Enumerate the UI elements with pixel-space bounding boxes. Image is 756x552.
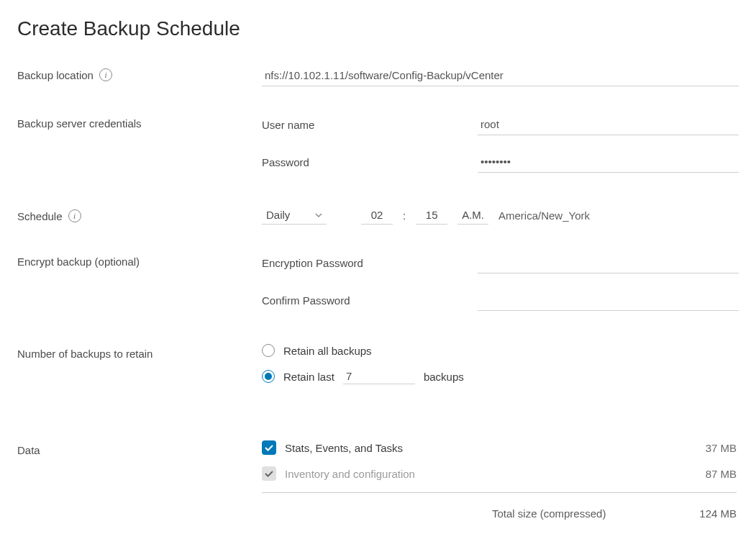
data-item-label: Inventory and configuration (285, 468, 670, 480)
frequency-select[interactable]: Daily (262, 206, 327, 225)
checkbox-stats[interactable] (262, 440, 276, 455)
encrypt-confirm-input[interactable] (478, 289, 739, 311)
encrypt-password-input[interactable] (478, 252, 739, 273)
credentials-label: Backup server credentials (17, 117, 142, 130)
row-retain: Number of backups to retain Retain all b… (17, 344, 739, 396)
data-item-size: 37 MB (679, 442, 737, 454)
encrypt-password-label: Encryption Password (262, 257, 463, 273)
username-input[interactable] (478, 114, 739, 135)
timezone-label: America/New_York (498, 209, 590, 225)
retain-last-prefix: Retain last (283, 371, 334, 383)
schedule-label: Schedule (17, 210, 63, 222)
chevron-down-icon (315, 212, 322, 219)
row-credentials: Backup server credentials User name Pass… (17, 114, 739, 189)
ampm-select[interactable]: A.M. (457, 206, 488, 225)
info-icon[interactable]: i (68, 209, 81, 222)
encrypt-label: Encrypt backup (optional) (17, 255, 140, 268)
check-icon (264, 469, 274, 479)
info-icon[interactable]: i (99, 68, 112, 81)
total-label: Total size (compressed) (492, 507, 606, 520)
data-item-size: 87 MB (679, 468, 737, 480)
row-backup-location: Backup location i (17, 65, 739, 86)
backup-location-label: Backup location (17, 69, 94, 81)
checkbox-inventory (262, 466, 276, 481)
radio-retain-last[interactable] (262, 370, 275, 383)
data-item: Inventory and configuration 87 MB (262, 466, 737, 481)
retain-label: Number of backups to retain (17, 348, 152, 360)
username-label: User name (262, 119, 463, 135)
retain-last-suffix: backups (424, 371, 464, 383)
retain-count-input[interactable] (343, 368, 415, 384)
retain-all-label: Retain all backups (283, 345, 372, 357)
minute-input[interactable] (416, 206, 447, 225)
data-item-label: Stats, Events, and Tasks (285, 442, 670, 454)
data-label: Data (17, 444, 40, 456)
password-input[interactable] (478, 151, 739, 173)
total-value: 124 MB (679, 507, 737, 520)
frequency-value: Daily (266, 209, 290, 221)
encrypt-confirm-label: Confirm Password (262, 294, 463, 311)
total-row: Total size (compressed) 124 MB (262, 492, 737, 520)
backup-location-input[interactable] (262, 65, 739, 86)
check-icon (264, 443, 274, 453)
password-label: Password (262, 156, 463, 173)
row-schedule: Schedule i Daily : A.M. America/New_York (17, 206, 739, 225)
row-encrypt: Encrypt backup (optional) Encryption Pas… (17, 252, 739, 327)
radio-retain-all[interactable] (262, 344, 275, 357)
data-item: Stats, Events, and Tasks 37 MB (262, 440, 737, 455)
page-title: Create Backup Schedule (17, 17, 739, 40)
hour-input[interactable] (361, 206, 393, 225)
row-data: Data Stats, Events, and Tasks 37 MB Inve… (17, 440, 739, 520)
time-colon: : (403, 209, 406, 225)
